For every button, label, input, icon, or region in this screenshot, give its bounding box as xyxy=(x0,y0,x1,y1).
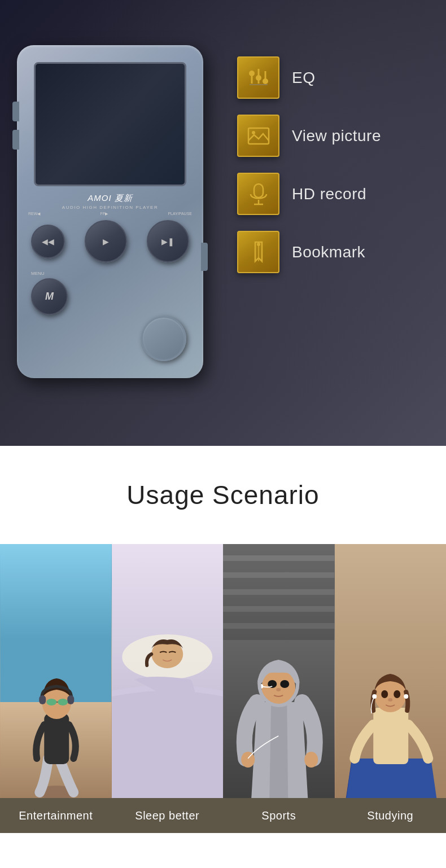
svg-rect-43 xyxy=(373,708,408,764)
playpause-label: PLAY/PAUSE xyxy=(168,212,192,216)
entertainment-label-bar: Entertainment xyxy=(0,798,112,833)
scenario-studying: Studying xyxy=(335,544,447,833)
feature-eq: EQ xyxy=(237,56,429,99)
scenario-grid: Entertainment xyxy=(0,544,446,833)
studying-image xyxy=(335,544,447,798)
player-buttons: ◀◀ ▶ ▶❚ xyxy=(31,220,189,262)
studying-label: Studying xyxy=(367,809,413,822)
side-button-top xyxy=(12,102,19,121)
svg-rect-28 xyxy=(223,544,334,555)
bookmark-icon xyxy=(246,240,271,265)
studying-label-bar: Studying xyxy=(335,798,447,833)
entertainment-image xyxy=(0,544,112,798)
svg-point-1 xyxy=(249,71,255,76)
svg-rect-32 xyxy=(223,612,334,623)
svg-point-48 xyxy=(404,694,408,699)
svg-rect-30 xyxy=(223,578,334,589)
scroll-wheel xyxy=(141,316,186,361)
entertainment-svg xyxy=(0,544,112,798)
svg-point-21 xyxy=(46,699,56,705)
ff-label: FF▶ xyxy=(100,212,108,216)
view-picture-icon-box xyxy=(237,115,279,157)
eq-label: EQ xyxy=(292,69,315,87)
player-mockup: AMOI 夏新 AUDIO HIGH DEFINITION PLAYER REW… xyxy=(17,45,220,395)
microphone-icon xyxy=(246,182,271,207)
sports-label: Sports xyxy=(261,809,296,822)
sleep-label-bar: Sleep better xyxy=(112,798,224,833)
entertainment-label: Entertainment xyxy=(19,809,93,822)
usage-section: Usage Scenario xyxy=(0,446,446,833)
svg-rect-14 xyxy=(0,544,111,702)
view-picture-label: View picture xyxy=(292,127,381,145)
menu-label: MENU xyxy=(31,271,68,276)
svg-rect-17 xyxy=(44,713,69,764)
side-button-mid xyxy=(12,130,19,150)
svg-rect-33 xyxy=(223,629,334,640)
rew-label: REW◀ xyxy=(28,212,40,216)
player-body: AMOI 夏新 AUDIO HIGH DEFINITION PLAYER REW… xyxy=(17,45,203,378)
hero-section: AMOI 夏新 AUDIO HIGH DEFINITION PLAYER REW… xyxy=(0,0,446,446)
player-brand: AMOI 夏新 AUDIO HIGH DEFINITION PLAYER xyxy=(62,193,158,210)
scenario-sports: Sports xyxy=(223,544,335,833)
svg-point-3 xyxy=(256,75,261,81)
picture-icon xyxy=(246,124,271,148)
bookmark-label: Bookmark xyxy=(292,243,365,261)
playpause-button: ▶❚ xyxy=(147,220,189,262)
side-button-right xyxy=(201,243,208,271)
feature-bookmark: Bookmark xyxy=(237,231,429,273)
hd-record-label: HD record xyxy=(292,185,366,203)
sleep-label: Sleep better xyxy=(135,809,199,822)
svg-point-22 xyxy=(58,699,68,705)
svg-rect-31 xyxy=(223,595,334,606)
svg-rect-19 xyxy=(39,695,46,704)
sleep-svg xyxy=(112,544,224,798)
svg-point-35 xyxy=(304,752,318,768)
svg-point-49 xyxy=(388,698,392,702)
usage-title: Usage Scenario xyxy=(11,480,435,510)
bookmark-icon-box xyxy=(237,231,279,273)
svg-point-46 xyxy=(393,690,400,698)
svg-point-34 xyxy=(241,752,255,768)
play-button: ▶ xyxy=(85,220,127,262)
svg-rect-20 xyxy=(67,695,74,704)
rew-button: ◀◀ xyxy=(31,225,65,258)
svg-point-40 xyxy=(276,688,281,691)
studying-svg xyxy=(335,544,447,798)
control-labels: REW◀ FF▶ PLAY/PAUSE xyxy=(28,212,192,216)
eq-icon-box xyxy=(237,56,279,99)
svg-point-8 xyxy=(252,131,255,134)
menu-button: M xyxy=(31,278,68,315)
sleep-image xyxy=(112,544,224,798)
svg-point-45 xyxy=(381,690,388,698)
svg-rect-29 xyxy=(223,561,334,572)
svg-point-38 xyxy=(280,680,289,688)
sports-image xyxy=(223,544,335,798)
feature-hd-record: HD record xyxy=(237,173,429,215)
player-screen xyxy=(34,62,186,186)
svg-point-5 xyxy=(263,78,268,84)
scenario-sleep-better: Sleep better xyxy=(112,544,224,833)
features-panel: EQ View picture xyxy=(237,56,429,289)
menu-area: MENU M xyxy=(31,271,68,315)
feature-view-picture: View picture xyxy=(237,115,429,157)
hd-record-icon-box xyxy=(237,173,279,215)
sports-svg xyxy=(223,544,335,798)
sports-label-bar: Sports xyxy=(223,798,335,833)
svg-rect-9 xyxy=(254,184,263,198)
scenario-entertainment: Entertainment xyxy=(0,544,112,833)
svg-point-13 xyxy=(257,243,260,246)
equalizer-icon xyxy=(246,65,271,90)
